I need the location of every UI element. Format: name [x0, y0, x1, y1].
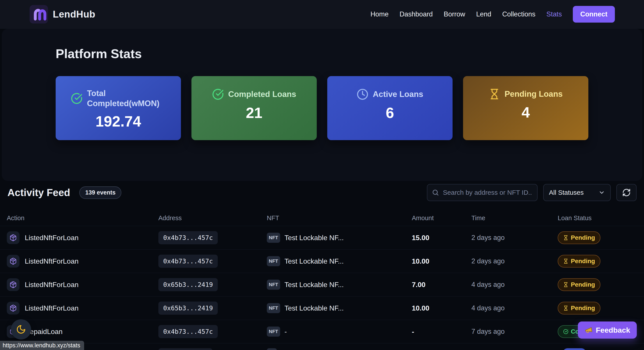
- time: 4 days ago: [472, 304, 558, 312]
- amount: -: [412, 328, 472, 336]
- action-label: ListedNftForLoan: [25, 234, 78, 242]
- brand-name: LendHub: [53, 9, 95, 20]
- lendhub-logo-icon: [30, 5, 48, 24]
- app-root: LendHub Home Dashboard Borrow Lend Colle…: [0, 0, 644, 350]
- nft-badge: NFT: [267, 326, 280, 337]
- stat-card-value: 4: [522, 104, 530, 121]
- check-circle-icon: [71, 93, 82, 104]
- col-time: Time: [472, 215, 558, 222]
- stat-card-label: Active Loans: [373, 89, 423, 99]
- address-chip: [158, 348, 212, 350]
- stat-card-pending-loans: Pending Loans 4: [463, 76, 588, 140]
- nft-name: Test Lockable NF...: [284, 234, 344, 242]
- nft-name: Test Lockable NF...: [284, 304, 344, 312]
- package-icon: [7, 231, 20, 244]
- search-box[interactable]: [427, 184, 538, 201]
- nav-links: Home Dashboard Borrow Lend Collections S…: [370, 6, 615, 23]
- time: 7 days ago: [472, 328, 558, 335]
- time: 4 days ago: [472, 281, 558, 289]
- search-icon: [432, 189, 439, 196]
- dark-mode-toggle[interactable]: [11, 319, 31, 339]
- time: 2 days ago: [472, 234, 558, 242]
- clock-icon: [356, 88, 368, 100]
- nav-item-dashboard[interactable]: Dashboard: [400, 10, 433, 18]
- col-nft: NFT: [267, 215, 412, 222]
- address-chip: 0x4b73...457c: [158, 231, 218, 244]
- status-badge: Pending: [558, 302, 600, 314]
- nft-name: -: [284, 328, 287, 336]
- address-chip: 0x4b73...457c: [158, 325, 218, 338]
- search-input[interactable]: [442, 189, 533, 197]
- events-count-badge: 139 events: [79, 187, 121, 199]
- hourglass-icon: [563, 305, 568, 311]
- check-circle-icon: [563, 329, 568, 334]
- amount: 7.00: [412, 281, 472, 289]
- table-row[interactable]: RepaidLoan 0x4b73...457c NFT - - 7 days …: [0, 320, 644, 343]
- stat-card-active-loans: Active Loans 6: [327, 76, 452, 140]
- hourglass-icon: [489, 88, 500, 100]
- nav-item-stats[interactable]: Stats: [546, 10, 562, 18]
- stat-card-label: Completed Loans: [228, 89, 296, 99]
- hourglass-icon: [563, 282, 568, 287]
- nft-badge: NFT: [267, 256, 280, 266]
- amount: 10.00: [412, 257, 472, 265]
- brand[interactable]: LendHub: [30, 5, 95, 24]
- col-amount: Amount: [412, 215, 472, 222]
- link-preview-statusbar: https://www.lendhub.xyz/stats: [0, 341, 84, 350]
- action-label: ListedNftForLoan: [25, 304, 78, 312]
- nav-item-home[interactable]: Home: [370, 10, 388, 18]
- status-badge: Pending: [558, 231, 600, 244]
- stat-card-completed-loans: Completed Loans 21: [192, 76, 317, 140]
- package-icon: [7, 278, 20, 291]
- table-header: Action Address NFT Amount Time Loan Stat…: [0, 210, 644, 226]
- chevron-down-icon: [598, 189, 605, 196]
- stat-card-value: 6: [386, 104, 394, 121]
- action-label: ListedNftForLoan: [25, 257, 78, 265]
- table-row[interactable]: ListedNftForLoan 0x65b3...2419 NFT Test …: [0, 273, 644, 296]
- check-circle-icon: [212, 88, 224, 100]
- stat-card-total-completed: Total Completed(wMON) 192.74: [56, 76, 181, 140]
- action-label: ListedNftForLoan: [25, 281, 78, 289]
- table-row-partial[interactable]: [0, 343, 644, 350]
- feedback-button[interactable]: Feedback: [578, 321, 637, 338]
- col-address: Address: [158, 215, 267, 222]
- stats-cards: Total Completed(wMON) 192.74 Completed L…: [56, 76, 588, 140]
- connect-button[interactable]: Connect: [573, 6, 615, 23]
- nft-name: Test Lockable NF...: [284, 257, 344, 265]
- activity-table: Action Address NFT Amount Time Loan Stat…: [0, 210, 644, 350]
- table-row[interactable]: ListedNftForLoan 0x4b73...457c NFT Test …: [0, 226, 644, 249]
- package-icon: [7, 302, 20, 314]
- stat-card-label: Total Completed(wMON): [87, 88, 166, 109]
- refresh-button[interactable]: [616, 184, 636, 201]
- moon-icon: [16, 324, 26, 334]
- stat-card-value: 192.74: [96, 113, 141, 130]
- col-action: Action: [7, 215, 158, 222]
- amount: 10.00: [412, 304, 472, 312]
- nft-badge: [267, 348, 277, 350]
- amount: 15.00: [412, 234, 472, 242]
- nav-item-borrow[interactable]: Borrow: [444, 10, 465, 18]
- hourglass-icon: [563, 259, 568, 264]
- top-nav: LendHub Home Dashboard Borrow Lend Colle…: [0, 0, 644, 29]
- nft-badge: NFT: [267, 233, 280, 243]
- time: 2 days ago: [472, 257, 558, 265]
- status-filter-select[interactable]: All Statuses: [543, 184, 611, 201]
- megaphone-icon: [584, 325, 594, 335]
- nft-badge: NFT: [267, 303, 280, 313]
- address-chip: 0x4b73...457c: [158, 255, 218, 268]
- nft-name: Test Lockable NF...: [284, 281, 344, 289]
- page-title: Platform Stats: [56, 46, 142, 61]
- status-badge: Pending: [558, 278, 600, 291]
- address-chip: 0x65b3...2419: [158, 278, 218, 291]
- table-row[interactable]: ListedNftForLoan 0x4b73...457c NFT Test …: [0, 249, 644, 273]
- nav-item-lend[interactable]: Lend: [476, 10, 491, 18]
- nav-item-collections[interactable]: Collections: [502, 10, 536, 18]
- nft-badge: NFT: [267, 280, 280, 290]
- refresh-icon: [622, 188, 631, 197]
- status-badge: [563, 348, 586, 350]
- status-filter-value: All Statuses: [549, 189, 584, 196]
- stat-card-value: 21: [246, 104, 262, 121]
- stats-panel: Platform Stats Total Completed(wMON) 192…: [2, 29, 642, 181]
- table-row[interactable]: ListedNftForLoan 0x65b3...2419 NFT Test …: [0, 296, 644, 320]
- address-chip: 0x65b3...2419: [158, 301, 218, 315]
